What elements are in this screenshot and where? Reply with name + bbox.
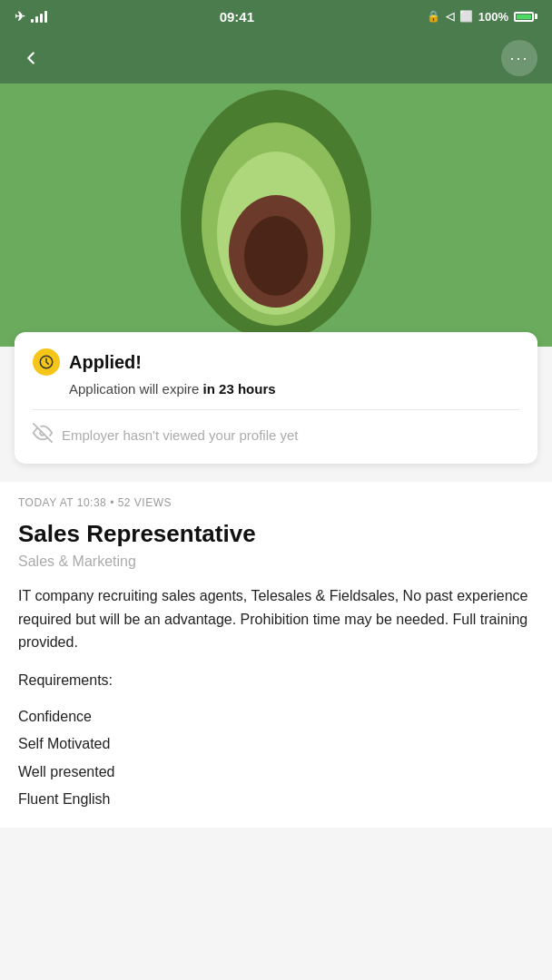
content-area: TODAY AT 10:38 • 52 VIEWS Sales Represen… — [0, 482, 552, 828]
profile-view-text: Employer hasn't viewed your profile yet — [62, 427, 299, 443]
airplane-icon: ✈ — [15, 9, 25, 24]
requirement-item: Well presented — [18, 759, 534, 786]
job-description: IT company recruiting sales agents, Tele… — [18, 584, 534, 654]
eye-off-icon — [33, 423, 53, 447]
applied-header: Applied! — [33, 348, 519, 376]
applied-card: Applied! Application will expire in 23 h… — [15, 332, 537, 464]
more-button[interactable]: ··· — [501, 40, 537, 76]
signal-icon — [31, 10, 47, 23]
back-button[interactable] — [15, 42, 47, 74]
screen-icon: ⬜ — [459, 10, 473, 23]
hero-image — [0, 83, 552, 347]
svg-point-5 — [244, 216, 308, 296]
divider — [33, 409, 519, 410]
separator: • — [110, 496, 118, 509]
requirements-title: Requirements: — [18, 672, 534, 689]
timestamp: TODAY AT 10:38 — [18, 496, 106, 509]
profile-view-row: Employer hasn't viewed your profile yet — [33, 423, 519, 447]
lock-icon: 🔒 — [427, 10, 440, 23]
status-bar: ✈ 09:41 🔒 ◁ ⬜ 100% — [0, 0, 552, 33]
battery-icon — [514, 12, 537, 22]
avocado-illustration — [167, 83, 385, 347]
applied-subtitle: Application will expire in 23 hours — [33, 381, 519, 397]
status-time: 09:41 — [220, 9, 254, 24]
requirement-item: Confidence — [18, 703, 534, 730]
status-left: ✈ — [15, 9, 47, 24]
job-category: Sales & Marketing — [18, 554, 534, 570]
status-right: 🔒 ◁ ⬜ 100% — [427, 10, 537, 24]
applied-title: Applied! — [69, 352, 142, 373]
requirement-item: Self Motivated — [18, 730, 534, 758]
meta-info: TODAY AT 10:38 • 52 VIEWS — [18, 496, 534, 509]
battery-percent: 100% — [478, 10, 508, 24]
requirements-list: ConfidenceSelf MotivatedWell presentedFl… — [18, 703, 534, 814]
job-title: Sales Representative — [18, 520, 534, 548]
clock-icon — [33, 348, 60, 376]
requirement-item: Fluent English — [18, 786, 534, 813]
nav-bar: ··· — [0, 33, 552, 83]
location-icon: ◁ — [446, 10, 454, 23]
views-count: 52 VIEWS — [118, 496, 172, 509]
